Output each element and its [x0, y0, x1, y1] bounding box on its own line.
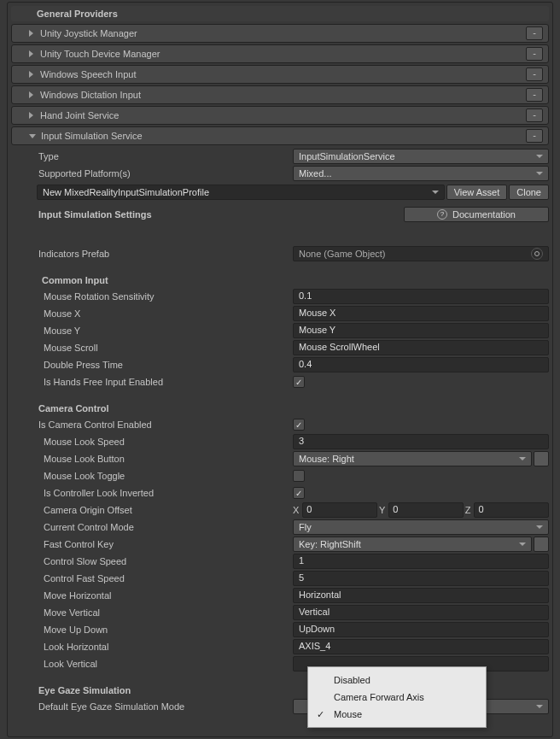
settings-title: Input Simulation Settings [38, 209, 404, 220]
label-dbl-press: Double Press Time [37, 360, 293, 370]
foldout-hand[interactable]: Hand Joint Service - [11, 106, 549, 125]
view-asset-button[interactable]: View Asset [446, 185, 508, 200]
chevron-down-icon [536, 705, 543, 708]
label-mouse-y: Mouse Y [37, 326, 293, 336]
input-move-v[interactable]: Vertical [293, 605, 549, 620]
checkbox-look-toggle[interactable] [293, 470, 305, 482]
label-slow-speed: Control Slow Speed [37, 556, 293, 566]
checkbox-hands-free[interactable]: ✓ [293, 376, 305, 388]
doc-label: Documentation [452, 209, 516, 220]
input-slow-speed[interactable]: 1 [293, 554, 549, 569]
popup-item-disabled[interactable]: Disabled [308, 672, 486, 689]
dropdown-type[interactable]: InputSimulationService [293, 149, 549, 164]
object-value: None (Game Object) [299, 249, 385, 259]
chevron-down-icon [536, 172, 543, 175]
remove-button[interactable]: - [526, 67, 543, 81]
label-z: Z [465, 505, 471, 515]
foldout-sim[interactable]: Input Simulation Service - [11, 126, 549, 145]
checkbox-cam-enabled[interactable]: ✓ [293, 419, 305, 431]
section-general-providers: General Providers [11, 6, 549, 21]
label-move-h: Move Horizontal [37, 590, 293, 601]
input-look-speed[interactable]: 3 [293, 434, 549, 449]
chevron-down-icon [432, 191, 439, 194]
input-mouse-rotation[interactable]: 0.1 [293, 289, 549, 304]
foldout-label: Windows Dictation Input [40, 90, 526, 100]
clone-button[interactable]: Clone [509, 185, 549, 200]
input-dbl-press[interactable]: 0.4 [293, 357, 549, 372]
label-fast-speed: Control Fast Speed [37, 573, 293, 584]
popup-item-cam-fwd[interactable]: Camera Forward Axis [308, 689, 486, 706]
small-button[interactable] [534, 537, 549, 552]
dropdown-look-button[interactable]: Mouse: Right [293, 451, 532, 466]
subsection-common: Common Input [37, 275, 549, 285]
dropdown-fast-key[interactable]: Key: RightShift [293, 537, 532, 552]
foldout-dictation[interactable]: Windows Dictation Input - [11, 85, 549, 104]
label-move-ud: Move Up Down [37, 625, 293, 635]
dropdown-value: Fly [299, 522, 312, 532]
label-look-h: Look Horizontal [37, 642, 293, 652]
input-fast-speed[interactable]: 5 [293, 571, 549, 586]
dropdown-value: Key: RightShift [299, 539, 361, 549]
label-mouse-scroll: Mouse Scroll [37, 343, 293, 353]
foldout-touch[interactable]: Unity Touch Device Manager - [11, 44, 549, 63]
label-look-inverted: Is Controller Look Inverted [37, 488, 293, 498]
chevron-down-icon [519, 543, 526, 546]
input-mouse-scroll[interactable]: Mouse ScrollWheel [293, 340, 549, 355]
object-picker-icon[interactable] [531, 248, 543, 260]
label-type: Type [37, 151, 293, 161]
label-look-toggle: Mouse Look Toggle [37, 471, 293, 481]
label-indicators: Indicators Prefab [37, 249, 293, 259]
chevron-down-icon [536, 525, 543, 529]
label-eye-mode: Default Eye Gaze Simulation Mode [37, 701, 293, 712]
input-look-h[interactable]: AXIS_4 [293, 639, 549, 654]
label-fast-key: Fast Control Key [37, 539, 293, 549]
dropdown-value: InputSimulationService [299, 151, 395, 161]
label-x: X [293, 505, 299, 515]
dropdown-platforms[interactable]: Mixed... [293, 166, 549, 181]
dropdown-value: New MixedRealityInputSimulationProfile [43, 187, 209, 197]
input-origin-y[interactable]: 0 [388, 502, 464, 518]
input-move-h[interactable]: Horizontal [293, 588, 549, 603]
chevron-right-icon [29, 91, 33, 98]
chevron-right-icon [29, 112, 33, 119]
remove-button[interactable]: - [526, 109, 543, 122]
foldout-label: Unity Touch Device Manager [40, 49, 526, 59]
remove-button[interactable]: - [526, 129, 543, 143]
documentation-button[interactable]: ? Documentation [404, 207, 549, 222]
checkbox-look-inverted[interactable]: ✓ [293, 487, 305, 499]
dropdown-profile[interactable]: New MixedRealityInputSimulationProfile [37, 185, 445, 200]
label-look-v: Look Vertical [37, 659, 293, 669]
foldout-label: Input Simulation Service [41, 131, 526, 141]
label-cam-enabled: Is Camera Control Enabled [37, 419, 293, 430]
foldout-label: Hand Joint Service [40, 110, 526, 120]
chevron-down-icon [29, 134, 36, 138]
input-origin-z[interactable]: 0 [474, 502, 549, 518]
chevron-right-icon [29, 30, 33, 37]
label-move-v: Move Vertical [37, 607, 293, 618]
label-look-button: Mouse Look Button [37, 454, 293, 464]
dropdown-value: Mixed... [299, 168, 332, 179]
remove-button[interactable]: - [526, 26, 543, 40]
chevron-right-icon [29, 50, 33, 57]
input-move-ud[interactable]: UpDown [293, 622, 549, 637]
dropdown-control-mode[interactable]: Fly [293, 519, 549, 535]
foldout-joystick[interactable]: Unity Joystick Manager - [11, 24, 549, 43]
input-mouse-x[interactable]: Mouse X [293, 306, 549, 321]
chevron-right-icon [29, 71, 33, 78]
label-platforms: Supported Platform(s) [37, 168, 293, 179]
remove-button[interactable]: - [526, 88, 543, 102]
remove-button[interactable]: - [526, 47, 543, 61]
small-button[interactable] [534, 451, 549, 466]
input-mouse-y[interactable]: Mouse Y [293, 323, 549, 338]
object-field-indicators[interactable]: None (Game Object) [293, 246, 549, 261]
foldout-speech[interactable]: Windows Speech Input - [11, 65, 549, 84]
popup-menu: Disabled Camera Forward Axis Mouse [307, 666, 487, 728]
label-hands-free: Is Hands Free Input Enabled [37, 377, 293, 387]
input-origin-x[interactable]: 0 [302, 502, 377, 518]
label-origin-offset: Camera Origin Offset [37, 505, 293, 515]
popup-item-mouse[interactable]: Mouse [308, 706, 486, 723]
dropdown-value: Mouse: Right [299, 454, 354, 464]
label-mouse-x: Mouse X [37, 308, 293, 319]
label-mouse-rotation: Mouse Rotation Sensitivity [37, 291, 293, 302]
foldout-label: Windows Speech Input [40, 69, 526, 79]
